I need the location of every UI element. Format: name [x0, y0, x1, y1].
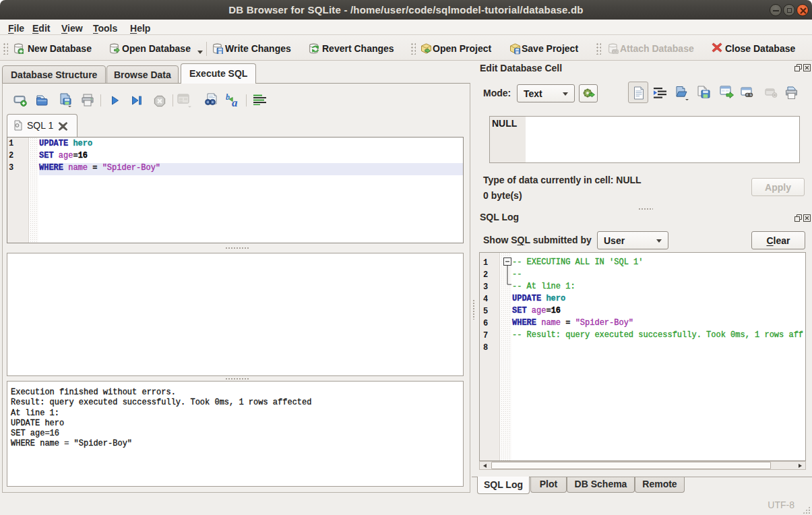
svg-text:b: b — [226, 92, 230, 102]
